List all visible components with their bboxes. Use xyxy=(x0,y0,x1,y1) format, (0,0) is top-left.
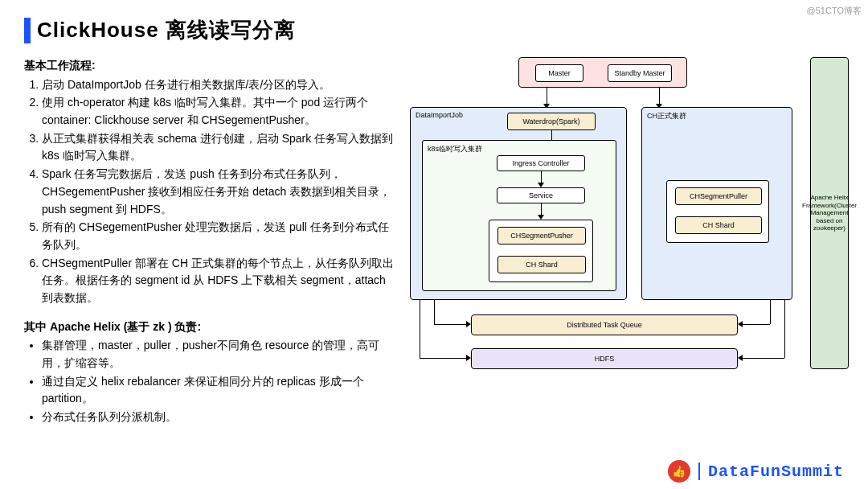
title-accent-bar xyxy=(24,18,31,43)
helix-item: 通过自定义 helix rebalancer 来保证相同分片的 replicas… xyxy=(42,373,394,408)
dataimport-panel: DataImportJob Waterdrop(Spark) k8s临时写入集群… xyxy=(410,107,627,300)
arrow-line xyxy=(434,324,466,325)
arrow-line xyxy=(784,300,785,358)
k8s-label: k8s临时写入集群 xyxy=(428,144,482,154)
pod-panel: CHSegmentPusher CH Shard xyxy=(489,220,593,282)
workflow-step: 所有的 CHSegementPusher 处理完数据后，发送 pull 任务到分… xyxy=(42,219,394,253)
helix-box: Apache Helix Framework(Cluster Managemen… xyxy=(810,57,849,369)
title-row: ClickHouse 离线读写分离 xyxy=(0,0,868,57)
hdfs-box: HDFS xyxy=(471,348,738,369)
workflow-step: 启动 DataImportJob 任务进行相关数据库/表/分区的导入。 xyxy=(42,76,394,94)
ch-cluster-panel: CH正式集群 CHSegmentPuller CH Shard xyxy=(641,107,792,300)
ch-pusher-box: CHSegmentPusher xyxy=(497,227,586,244)
arrow-line xyxy=(743,324,770,325)
arrow-line xyxy=(743,358,784,359)
ch-shard-right-box: CH Shard xyxy=(675,216,762,234)
arrow-line xyxy=(541,203,542,215)
brand-text: DataFunSummit xyxy=(708,462,844,481)
arrow-line xyxy=(420,358,466,359)
ch-puller-box: CHSegmentPuller xyxy=(675,187,762,205)
standby-master-box: Standby Master xyxy=(608,64,672,82)
helix-list: 集群管理，master，puller，pusher不同角色 resource 的… xyxy=(24,337,394,425)
ch-cluster-inner: CHSegmentPuller CH Shard xyxy=(666,180,769,243)
workflow-steps: 启动 DataImportJob 任务进行相关数据库/表/分区的导入。 使用 c… xyxy=(24,76,394,307)
helix-item: 集群管理，master，puller，pusher不同角色 resource 的… xyxy=(42,337,394,372)
workflow-step: Spark 任务写完数据后，发送 push 任务到分布式任务队列，CHSegem… xyxy=(42,166,394,218)
ch-shard-left-box: CH Shard xyxy=(497,256,586,273)
helix-heading: 其中 Apache Helix (基于 zk ) 负责: xyxy=(24,318,394,336)
dtq-box: Distributed Task Queue xyxy=(471,314,738,335)
left-column: 基本工作流程: 启动 DataImportJob 任务进行相关数据库/表/分区的… xyxy=(24,57,394,427)
service-box: Service xyxy=(497,187,585,203)
helix-block: 其中 Apache Helix (基于 zk ) 负责: 集群管理，master… xyxy=(24,318,394,426)
arrow-line xyxy=(547,88,547,104)
arrow-line xyxy=(659,88,660,104)
arrow-line xyxy=(541,171,542,183)
footer: 👍 DataFunSummit xyxy=(668,460,844,483)
architecture-diagram: Master Standby Master DataImportJob Wate… xyxy=(402,57,844,411)
arrow-line xyxy=(434,300,435,324)
ingress-box: Ingress Controller xyxy=(497,155,585,171)
arrow-line xyxy=(420,300,420,358)
helix-item: 分布式任务队列分派机制。 xyxy=(42,409,394,426)
workflow-step: 使用 ch-operator 构建 k8s 临时写入集群。其中一个 pod 运行… xyxy=(42,94,394,129)
workflow-step: 从正式集群获得相关表 schema 进行创建，启动 Spark 任务写入数据到 … xyxy=(42,130,394,165)
content-row: 基本工作流程: 启动 DataImportJob 任务进行相关数据库/表/分区的… xyxy=(0,57,868,427)
watermark: @51CTO博客 xyxy=(807,5,862,17)
master-panel: Master Standby Master xyxy=(518,57,687,88)
arrow-line xyxy=(770,300,771,324)
footer-divider xyxy=(698,462,700,480)
dataimport-label: DataImportJob xyxy=(416,111,463,119)
waterdrop-box: Waterdrop(Spark) xyxy=(507,113,596,130)
workflow-step: CHSegmentPuller 部署在 CH 正式集群的每个节点上，从任务队列取… xyxy=(42,255,394,307)
arrow-head-icon xyxy=(738,355,743,361)
master-box: Master xyxy=(535,64,583,82)
workflow-heading: 基本工作流程: xyxy=(24,57,394,75)
thumbs-up-icon: 👍 xyxy=(668,460,690,483)
k8s-panel: k8s临时写入集群 Ingress Controller Service CHS… xyxy=(422,140,616,291)
page-title: ClickHouse 离线读写分离 xyxy=(37,16,296,44)
arrow-head-icon xyxy=(738,321,743,327)
ch-cluster-label: CH正式集群 xyxy=(647,111,686,121)
